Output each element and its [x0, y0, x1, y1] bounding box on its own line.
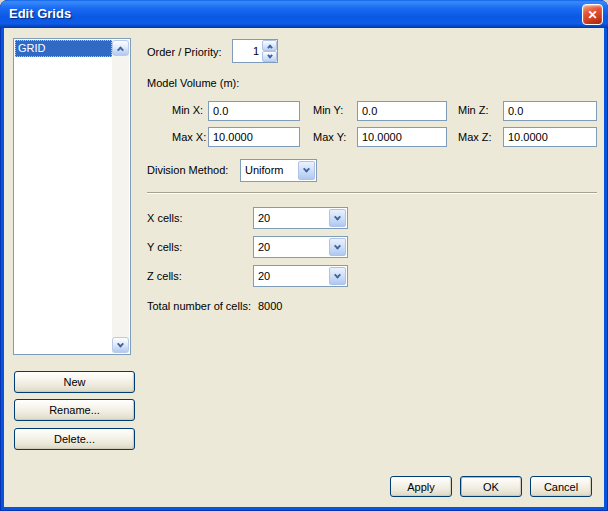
y-cells-drop-button[interactable]: [329, 238, 346, 256]
titlebar[interactable]: Edit Grids ✕: [0, 0, 608, 28]
division-method-value: Uniform: [245, 161, 296, 180]
min-x-field[interactable]: [208, 101, 300, 121]
max-y-field[interactable]: [357, 127, 447, 147]
chevron-down-icon: [334, 213, 341, 220]
close-button[interactable]: ✕: [582, 4, 603, 25]
z-cells-label: Z cells:: [147, 270, 182, 283]
edit-grids-dialog: Edit Grids ✕ GRID New Rename... Delete..…: [0, 0, 608, 511]
max-y-label: Max Y:: [313, 131, 346, 144]
min-x-label: Min X:: [172, 104, 203, 117]
grid-list[interactable]: GRID: [13, 38, 131, 355]
scroll-up-icon: [117, 46, 124, 53]
apply-button[interactable]: Apply: [390, 476, 452, 497]
order-priority-spinner[interactable]: [232, 39, 278, 63]
chevron-down-icon: [334, 271, 341, 278]
new-button[interactable]: New: [14, 371, 135, 393]
spinner-buttons: [262, 40, 277, 62]
model-volume-label: Model Volume (m):: [147, 77, 239, 90]
y-cells-combo[interactable]: 20: [253, 236, 348, 258]
order-priority-input[interactable]: [233, 40, 261, 62]
chevron-down-icon: [303, 166, 310, 173]
z-cells-drop-button[interactable]: [329, 267, 346, 285]
scroll-down-icon: [117, 340, 124, 347]
grid-list-scrollbar[interactable]: [112, 40, 129, 353]
y-cells-label: Y cells:: [147, 241, 182, 254]
division-method-combo[interactable]: Uniform: [240, 159, 317, 182]
close-icon: ✕: [587, 8, 597, 22]
list-item-grid[interactable]: GRID: [15, 40, 112, 57]
max-x-field[interactable]: [208, 127, 300, 147]
cancel-button[interactable]: Cancel: [530, 476, 592, 497]
min-y-field[interactable]: [357, 101, 447, 121]
z-cells-value: 20: [258, 267, 327, 285]
z-cells-combo[interactable]: 20: [253, 265, 348, 287]
x-cells-combo[interactable]: 20: [253, 207, 348, 229]
division-method-drop-button[interactable]: [298, 161, 315, 180]
max-z-label: Max Z:: [458, 131, 492, 144]
order-priority-label: Order / Priority:: [147, 46, 222, 59]
spinner-up-icon: [267, 44, 273, 50]
window-title: Edit Grids: [9, 6, 71, 21]
spinner-down-button[interactable]: [262, 51, 277, 62]
x-cells-drop-button[interactable]: [329, 209, 346, 227]
max-x-label: Max X:: [172, 131, 206, 144]
scroll-up-button[interactable]: [112, 40, 129, 56]
division-method-label: Division Method:: [147, 164, 228, 177]
total-cells-value: 8000: [258, 300, 282, 312]
total-cells-label: Total number of cells:: [147, 300, 251, 312]
min-z-field[interactable]: [503, 101, 597, 121]
min-z-label: Min Z:: [458, 104, 489, 117]
delete-button[interactable]: Delete...: [14, 428, 135, 450]
separator: [147, 192, 597, 194]
rename-button[interactable]: Rename...: [14, 399, 135, 421]
total-cells-row: Total number of cells: 8000: [147, 300, 282, 312]
scroll-down-button[interactable]: [112, 337, 129, 353]
spinner-up-button[interactable]: [262, 40, 277, 51]
y-cells-value: 20: [258, 238, 327, 256]
spinner-down-icon: [267, 52, 273, 58]
chevron-down-icon: [334, 242, 341, 249]
ok-button[interactable]: OK: [460, 476, 522, 497]
min-y-label: Min Y:: [313, 104, 343, 117]
x-cells-label: X cells:: [147, 212, 182, 225]
max-z-field[interactable]: [503, 127, 597, 147]
x-cells-value: 20: [258, 209, 327, 227]
